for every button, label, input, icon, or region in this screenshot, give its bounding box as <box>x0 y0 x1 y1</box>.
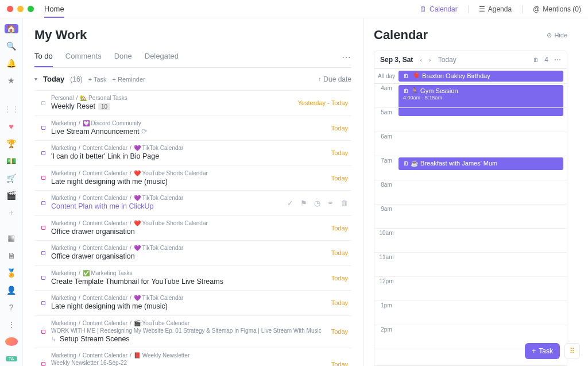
task-due-date[interactable]: Today <box>331 249 348 256</box>
breadcrumb-item[interactable]: Marketing <box>51 269 76 277</box>
breadcrumb-item[interactable]: Marketing <box>51 169 76 177</box>
breadcrumb-item[interactable]: Marketing <box>51 194 76 202</box>
breadcrumb-item[interactable]: Content Calendar <box>83 294 127 302</box>
task-row[interactable]: Marketing/Content Calendar/💜 TikTok Cale… <box>34 140 351 165</box>
assign-icon[interactable]: ⚭ <box>327 199 334 207</box>
status-square[interactable] <box>41 101 45 105</box>
add-reminder-button[interactable]: + Reminder <box>113 76 145 83</box>
invite-icon[interactable]: 👤 <box>5 286 18 295</box>
search-icon[interactable]: 🔍 <box>5 41 18 51</box>
task-due-date[interactable]: Today <box>331 149 348 156</box>
hide-calendar-button[interactable]: ⊘ Hide <box>547 32 567 39</box>
more-icon[interactable]: ⋮ <box>5 320 18 329</box>
status-square[interactable] <box>41 226 45 230</box>
task-title[interactable]: Office drawer organisation <box>51 252 331 262</box>
titlebar-calendar-link[interactable]: 🗓 Calendar <box>420 5 458 13</box>
task-row[interactable]: Marketing/Content Calendar/❤️ YouTube Sh… <box>34 165 351 191</box>
task-title[interactable]: Live Stream Announcement ⟳ <box>51 127 331 137</box>
breadcrumb-item[interactable]: Content Calendar <box>83 352 127 359</box>
status-square[interactable] <box>41 176 45 180</box>
status-square[interactable] <box>41 330 45 334</box>
trash-icon[interactable]: 🗑 <box>341 199 348 207</box>
titlebar-home[interactable]: Home <box>44 5 64 18</box>
titlebar-mentions-link[interactable]: @ Mentions (0) <box>533 5 581 13</box>
task-due-date[interactable]: Today <box>331 125 348 132</box>
docs-icon[interactable]: 🗎 <box>5 251 18 260</box>
favorites-icon[interactable]: ★ <box>5 76 18 85</box>
prev-day-icon[interactable]: ‹ <box>420 56 422 63</box>
tab-comments[interactable]: Comments <box>65 52 102 67</box>
goals-icon[interactable]: 🏅 <box>5 268 18 278</box>
task-row[interactable]: Marketing/Content Calendar/💜 TikTok Cale… <box>34 240 351 265</box>
task-row[interactable]: Marketing/✅ Marketing TasksCreate Templa… <box>34 265 351 291</box>
clock-icon[interactable]: ◷ <box>314 199 320 207</box>
task-title[interactable]: ↳Setup Stream Scenes <box>51 334 331 345</box>
money-icon[interactable]: 💵 <box>5 156 18 165</box>
next-day-icon[interactable]: › <box>429 56 431 63</box>
task-row[interactable]: Marketing/💟 Discord CommunityLive Stream… <box>34 115 351 141</box>
heart-icon[interactable]: ♥ <box>5 122 18 131</box>
breadcrumb-item[interactable]: Marketing <box>51 352 76 359</box>
breadcrumb-item[interactable]: 💜 TikTok Calendar <box>134 144 183 152</box>
tab-todo[interactable]: To do <box>34 52 53 67</box>
tab-done[interactable]: Done <box>114 52 132 67</box>
close-icon[interactable] <box>7 6 13 12</box>
breadcrumb-item[interactable]: Content Calendar <box>83 319 127 327</box>
minimize-icon[interactable] <box>17 6 24 12</box>
check-icon[interactable]: ✓ <box>287 199 293 207</box>
workspace-avatar[interactable]: TA <box>6 356 17 361</box>
breadcrumb-item[interactable]: Content Calendar <box>83 144 127 152</box>
tab-delegated[interactable]: Delegated <box>145 52 179 67</box>
today-button[interactable]: Today <box>438 56 457 64</box>
task-due-date[interactable]: Today <box>331 328 348 335</box>
breadcrumb-item[interactable]: Marketing <box>51 294 76 302</box>
task-due-date[interactable]: Yesterday - Today <box>298 99 348 106</box>
breadcrumb-item[interactable]: Content Calendar <box>83 169 127 177</box>
status-square[interactable] <box>41 126 45 130</box>
titlebar-agenda-link[interactable]: ☰ Agenda <box>479 5 512 13</box>
task-due-date[interactable]: Today <box>331 225 348 232</box>
allday-event[interactable]: 🗓 🎈 Braxton Oakley Birthday <box>399 71 563 82</box>
status-square[interactable] <box>41 201 45 205</box>
task-title[interactable]: 'I can do it better' Link in Bio Page <box>51 152 331 162</box>
tabs-more-icon[interactable]: ⋯ <box>342 52 351 67</box>
task-due-date[interactable]: Today <box>331 361 348 366</box>
breadcrumb-item[interactable]: Content Calendar <box>83 244 127 252</box>
dashboard-icon[interactable]: ▦ <box>5 233 18 242</box>
task-row[interactable]: Marketing/Content Calendar/🎬 YouTube Cal… <box>34 315 351 348</box>
breadcrumb-item[interactable]: Content Calendar <box>83 194 127 202</box>
status-square[interactable] <box>41 151 45 155</box>
breadcrumb-item[interactable]: Personal <box>51 94 74 102</box>
breadcrumb-item[interactable]: ❤️ YouTube Shorts Calendar <box>134 169 208 177</box>
calendar-small-icon[interactable]: 🗓 <box>533 57 539 63</box>
add-task-button[interactable]: + Task <box>88 76 107 83</box>
breadcrumb-item[interactable]: Marketing <box>51 244 76 252</box>
breadcrumb-item[interactable]: Marketing <box>51 319 76 327</box>
task-title[interactable]: Office drawer organisation <box>51 227 331 237</box>
add-icon[interactable]: + <box>5 208 18 217</box>
breadcrumb-item[interactable]: Marketing <box>51 219 76 227</box>
status-square[interactable] <box>41 251 45 255</box>
breadcrumb-item[interactable]: 📕 Weekly Newsletter <box>134 352 189 359</box>
flag-icon[interactable]: ⚑ <box>300 199 307 207</box>
calendar-more-icon[interactable]: ⋯ <box>554 56 561 64</box>
breadcrumb-item[interactable]: 🏡 Personal Tasks <box>80 94 127 102</box>
caret-icon[interactable]: ▾ <box>34 76 37 82</box>
trophy-icon[interactable]: 🏆 <box>5 139 18 148</box>
breadcrumb-item[interactable]: ❤️ YouTube Shorts Calendar <box>134 219 208 227</box>
breadcrumb-item[interactable]: Marketing <box>51 144 76 152</box>
task-row[interactable]: Personal/🏡 Personal TasksWeekly Reset10Y… <box>34 90 351 115</box>
task-title[interactable]: Content Plan with me in ClickUp <box>51 202 287 212</box>
breadcrumb-item[interactable]: 💟 Discord Community <box>83 120 141 127</box>
status-square[interactable] <box>41 362 45 366</box>
apps-grid-button[interactable]: ⠿ <box>564 343 580 359</box>
breadcrumb-item[interactable]: 💜 TikTok Calendar <box>134 244 183 252</box>
calendar-date[interactable]: Sep 3, Sat <box>380 56 413 64</box>
new-task-button[interactable]: + Task <box>525 343 560 359</box>
breadcrumb-item[interactable]: 🎬 YouTube Calendar <box>134 319 189 327</box>
cart-icon[interactable]: 🛒 <box>5 174 18 183</box>
task-due-date[interactable]: Today <box>331 175 348 182</box>
breadcrumb-item[interactable]: ✅ Marketing Tasks <box>83 269 133 277</box>
notifications-icon[interactable]: 🔔 <box>5 59 18 68</box>
status-square[interactable] <box>41 301 45 305</box>
